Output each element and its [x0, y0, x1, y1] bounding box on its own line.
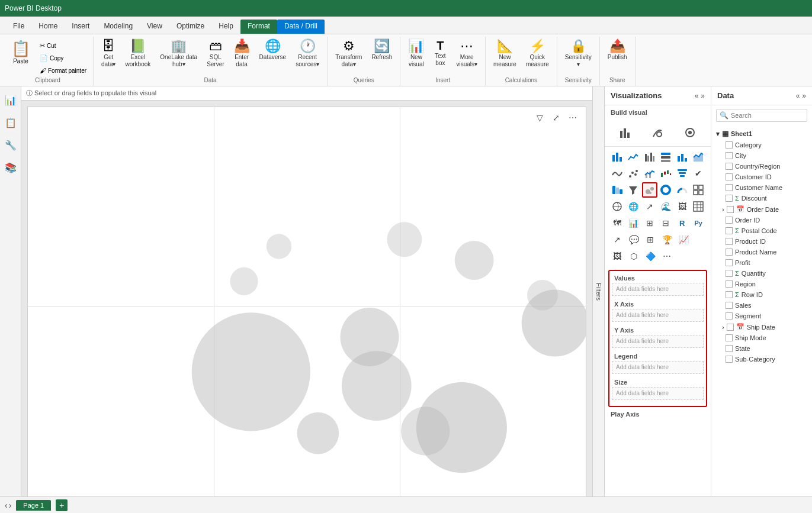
- viz-icon-more[interactable]: ⋯: [659, 249, 675, 264]
- size-input[interactable]: Add data fields here: [612, 387, 704, 400]
- checkbox-postal-code[interactable]: [726, 227, 733, 234]
- viz-icon-azure[interactable]: 🌊: [659, 199, 674, 214]
- sensitivity-button[interactable]: 🔒 Sensitivity▾: [561, 37, 596, 71]
- tab-file[interactable]: File: [6, 20, 31, 34]
- tab-insert[interactable]: Insert: [65, 20, 97, 34]
- viz-icon-bubble[interactable]: [642, 182, 657, 198]
- sheet1-header[interactable]: ▾ ▦ Sheet1: [711, 128, 812, 140]
- viz-icon-kpi[interactable]: 📈: [676, 232, 691, 247]
- new-visual-button[interactable]: 📊 Newvisual: [404, 37, 428, 71]
- recent-sources-button[interactable]: 🕐 Recentsources▾: [291, 37, 323, 71]
- tab-format[interactable]: Format: [240, 20, 277, 34]
- viz-icon-image[interactable]: 🖼: [675, 199, 690, 214]
- viz-icon-filled-map[interactable]: 🌐: [626, 199, 641, 214]
- copy-button[interactable]: 📄Copy: [37, 53, 89, 64]
- field-product-id[interactable]: Product ID: [711, 236, 812, 247]
- field-postal-code[interactable]: Σ Postal Code: [711, 225, 812, 236]
- checkbox-state[interactable]: [726, 345, 733, 352]
- viz-icon-line2[interactable]: [609, 166, 625, 181]
- viz-icon-smart[interactable]: ⊞: [643, 232, 658, 247]
- field-customer-name[interactable]: Customer Name: [711, 182, 812, 193]
- more-visuals-button[interactable]: ⋯ Morevisuals▾: [452, 37, 482, 71]
- viz-icon-chart2[interactable]: 📊: [626, 215, 641, 231]
- checkbox-sub-category[interactable]: [726, 356, 733, 363]
- viz-icon-trophy[interactable]: 🏆: [659, 232, 675, 247]
- paste-button[interactable]: 📋 Paste: [6, 37, 36, 67]
- sidebar-icon-dax[interactable]: 📚: [2, 159, 20, 176]
- viz-icon-waterfall[interactable]: [659, 166, 674, 181]
- sql-server-button[interactable]: 🗃 SQLServer: [203, 37, 228, 71]
- tab-view[interactable]: View: [140, 20, 169, 34]
- x-axis-input[interactable]: Add data fields here: [612, 309, 704, 322]
- sidebar-icon-model[interactable]: 🔧: [2, 136, 20, 154]
- field-ship-date-group[interactable]: › 📅 Ship Date: [711, 321, 812, 333]
- publish-button[interactable]: 📤 Publish: [604, 37, 631, 64]
- checkbox-product-id[interactable]: [726, 238, 733, 245]
- format-painter-button[interactable]: 🖌Format painter: [37, 65, 89, 76]
- viz-icon-r[interactable]: R: [675, 215, 690, 231]
- checkbox-profit[interactable]: [726, 259, 733, 266]
- page-tab-1[interactable]: Page 1: [16, 500, 51, 511]
- viz-icon-clustered-bar[interactable]: [642, 149, 657, 164]
- canvas-container[interactable]: ▽ ⤢ ⋯: [27, 107, 586, 496]
- viz-icon-py[interactable]: Py: [691, 215, 707, 231]
- field-sales[interactable]: Sales: [711, 300, 812, 311]
- field-city[interactable]: City: [711, 150, 812, 161]
- viz-icon-decomp[interactable]: ↗: [609, 232, 625, 247]
- field-region[interactable]: Region: [711, 279, 812, 289]
- checkbox-order-id[interactable]: [726, 217, 733, 224]
- viz-icon-funnel[interactable]: [675, 166, 690, 181]
- refresh-button[interactable]: 🔄 Refresh: [367, 37, 396, 64]
- field-order-id[interactable]: Order ID: [711, 215, 812, 225]
- transform-data-button[interactable]: ⚙ Transformdata▾: [331, 37, 366, 71]
- checkbox-segment[interactable]: [726, 312, 733, 320]
- field-quantity[interactable]: Σ Quantity: [711, 268, 812, 279]
- checkbox-quantity[interactable]: [726, 270, 733, 277]
- dataverse-button[interactable]: 🌐 Dataverse: [255, 37, 291, 64]
- field-row-id[interactable]: Σ Row ID: [711, 289, 812, 300]
- checkbox-discount[interactable]: [726, 195, 733, 202]
- field-customer-id[interactable]: Customer ID: [711, 172, 812, 182]
- checkbox-ship-date[interactable]: [727, 324, 734, 331]
- viz-icon-matrix[interactable]: [691, 182, 707, 198]
- viz-type-brush[interactable]: [648, 123, 667, 144]
- tab-home[interactable]: Home: [31, 20, 65, 34]
- viz-icon-map2[interactable]: 🗺: [609, 215, 625, 231]
- checkbox-ship-mode[interactable]: [726, 334, 733, 341]
- excel-workbook-button[interactable]: 📗 Excelworkbook: [121, 37, 155, 71]
- new-measure-button[interactable]: 📐 Newmeasure: [489, 37, 521, 71]
- viz-icon-img2[interactable]: 🖼: [609, 249, 625, 264]
- checkbox-region[interactable]: [726, 280, 733, 288]
- add-page-button[interactable]: +: [56, 499, 68, 511]
- viz-icon-100-bar[interactable]: [659, 149, 674, 164]
- viz-type-settings[interactable]: [681, 123, 699, 144]
- tab-modeling[interactable]: Modeling: [97, 20, 140, 34]
- viz-icon-grid[interactable]: ⊞: [642, 215, 657, 231]
- checkbox-row-id[interactable]: [726, 291, 733, 298]
- checkbox-order-date[interactable]: [727, 206, 734, 213]
- viz-icon-scatter[interactable]: [626, 166, 641, 181]
- nav-next[interactable]: ›: [9, 501, 12, 510]
- viz-icon-donut[interactable]: [659, 182, 674, 198]
- viz-icon-filter[interactable]: [626, 182, 641, 198]
- get-data-button[interactable]: 🗄 Getdata▾: [97, 37, 120, 71]
- checkbox-category[interactable]: [726, 141, 733, 149]
- nav-prev[interactable]: ‹: [5, 501, 8, 510]
- viz-icon-diamond[interactable]: 🔷: [643, 249, 658, 264]
- field-product-name[interactable]: Product Name: [711, 247, 812, 257]
- viz-icon-check[interactable]: ✔: [691, 166, 707, 181]
- viz-icon-gauge[interactable]: [675, 182, 690, 198]
- viz-icon-grid2[interactable]: ⊟: [659, 215, 674, 231]
- values-input[interactable]: Add data fields here: [612, 283, 704, 296]
- onelake-button[interactable]: 🏢 OneLake datahub▾: [156, 37, 201, 71]
- checkbox-sales[interactable]: [726, 302, 733, 309]
- field-discount[interactable]: Σ Discount: [711, 193, 812, 204]
- viz-icon-hex[interactable]: ⬡: [626, 249, 641, 264]
- checkbox-product-name[interactable]: [726, 249, 733, 256]
- chevron-right-icon[interactable]: »: [701, 92, 705, 100]
- sidebar-icon-table[interactable]: 📋: [2, 114, 20, 131]
- y-axis-input[interactable]: Add data fields here: [612, 335, 704, 348]
- viz-icon-qna[interactable]: 💬: [626, 232, 641, 247]
- tab-data-drill[interactable]: Data / Drill: [277, 20, 325, 34]
- viz-type-bar[interactable]: [616, 123, 635, 144]
